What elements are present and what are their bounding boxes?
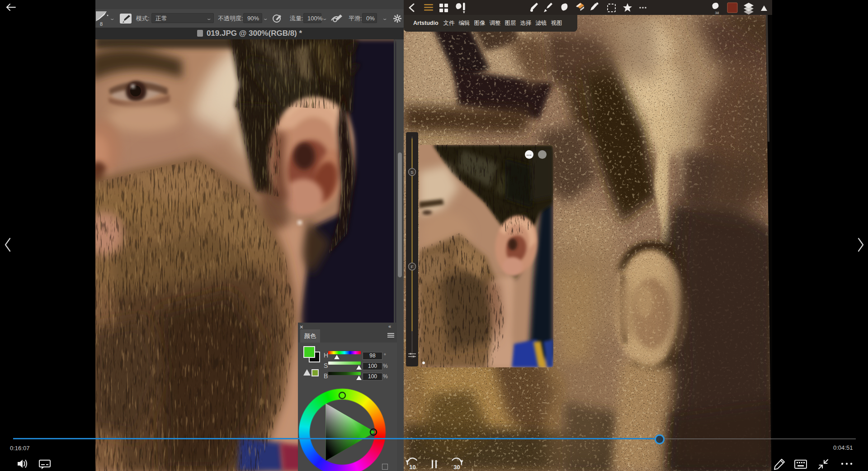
svg-text:30: 30	[453, 464, 460, 471]
svg-text:10: 10	[409, 464, 415, 471]
svg-text:S: S	[410, 170, 413, 175]
svg-text:38: 38	[715, 11, 719, 15]
svg-text:8: 8	[100, 21, 103, 27]
svg-text:F: F	[411, 265, 414, 269]
